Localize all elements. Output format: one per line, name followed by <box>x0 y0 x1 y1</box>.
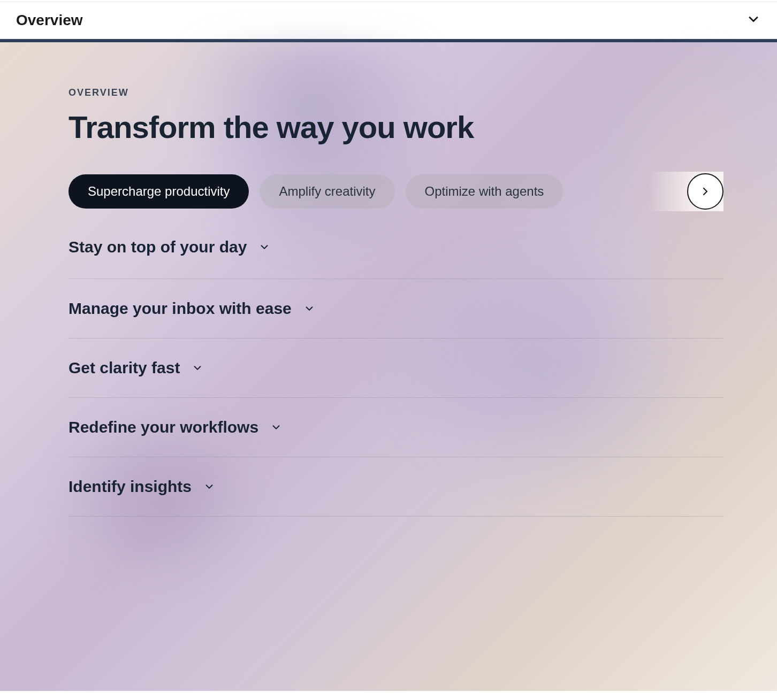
accordion-item-stay-on-top[interactable]: Stay on top of your day <box>68 238 723 279</box>
tab-optimize-with-agents[interactable]: Optimize with agents <box>406 174 563 209</box>
chevron-down-icon <box>258 241 270 253</box>
chevron-down-icon <box>746 12 761 27</box>
accordion-item-redefine-workflows[interactable]: Redefine your workflows <box>68 398 723 457</box>
tab-supercharge-productivity[interactable]: Supercharge productivity <box>68 174 249 209</box>
main-heading: Transform the way you work <box>68 109 723 145</box>
tabs-scroll-next-button[interactable] <box>687 173 723 210</box>
accordion-item-manage-inbox[interactable]: Manage your inbox with ease <box>68 279 723 339</box>
accordion-item-identify-insights[interactable]: Identify insights <box>68 457 723 517</box>
accordion-title: Manage your inbox with ease <box>68 299 292 318</box>
chevron-down-icon <box>192 362 203 374</box>
page-header: Overview <box>0 2 777 39</box>
section-eyebrow: OVERVIEW <box>68 87 723 98</box>
accordion-item-get-clarity[interactable]: Get clarity fast <box>68 339 723 398</box>
tab-amplify-creativity[interactable]: Amplify creativity <box>260 174 394 209</box>
accordion-title: Stay on top of your day <box>68 238 247 256</box>
accordion-title: Get clarity fast <box>68 359 180 377</box>
header-title: Overview <box>16 12 83 29</box>
accordion-title: Redefine your workflows <box>68 418 258 436</box>
chevron-down-icon <box>303 303 315 314</box>
accordion-list: Stay on top of your day Manage your inbo… <box>68 238 723 517</box>
accordion-title: Identify insights <box>68 478 192 496</box>
tabs-container: Supercharge productivity Amplify creativ… <box>68 174 723 209</box>
chevron-down-icon <box>203 481 215 493</box>
chevron-down-icon <box>270 421 282 433</box>
header-expand-toggle[interactable] <box>746 12 761 29</box>
chevron-right-icon <box>699 185 712 198</box>
content-area: OVERVIEW Transform the way you work Supe… <box>0 39 777 691</box>
